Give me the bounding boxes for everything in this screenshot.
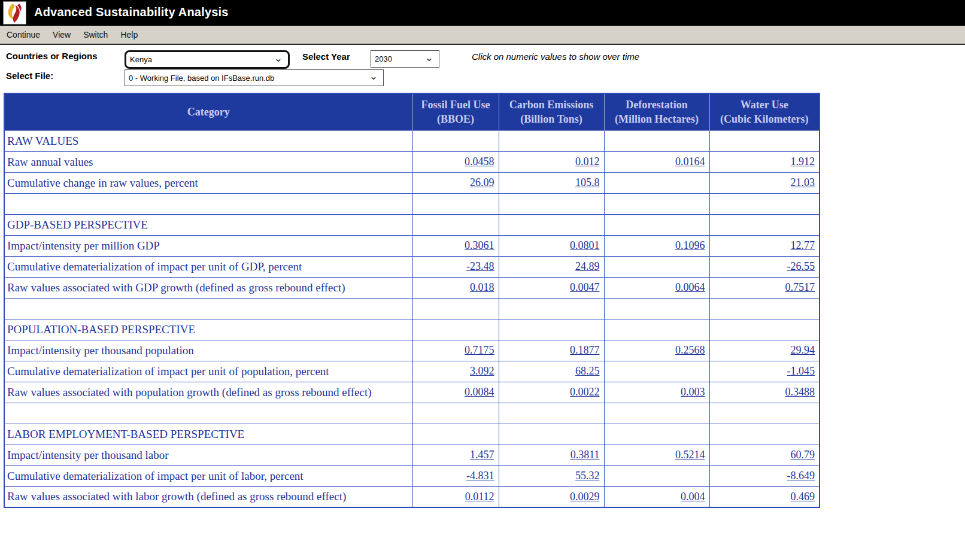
- menu-view[interactable]: View: [53, 30, 71, 39]
- category-cell: [4, 298, 412, 319]
- menu-bar: Continue View Switch Help: [0, 26, 965, 45]
- value-link[interactable]: 1.912: [791, 156, 815, 168]
- value-link[interactable]: 29.94: [791, 344, 815, 356]
- spacer-row: [4, 193, 820, 214]
- column-unit: (Million Hectares): [615, 113, 699, 125]
- category-cell: Cumulative dematerialization of impact p…: [4, 361, 412, 382]
- column-title: Fossil Fuel Use: [421, 99, 490, 111]
- value-cell: [412, 130, 499, 151]
- column-unit: (Billion Tons): [520, 113, 582, 125]
- value-link[interactable]: 0.0164: [675, 156, 705, 168]
- value-link[interactable]: 0.003: [681, 386, 705, 398]
- country-select[interactable]: Kenya: [126, 52, 288, 67]
- category-cell: Raw values associated with GDP growth (d…: [4, 277, 412, 298]
- countries-label: Countries or Regions: [6, 51, 98, 61]
- value-cell: 21.03: [709, 172, 820, 193]
- value-link[interactable]: 0.0022: [570, 386, 600, 398]
- value-link[interactable]: 3.092: [470, 365, 494, 377]
- menu-switch[interactable]: Switch: [83, 30, 108, 39]
- value-link[interactable]: 0.3488: [785, 386, 815, 398]
- section-label-cell: RAW VALUES: [4, 130, 412, 151]
- column-header: Fossil Fuel Use(BBOE): [412, 93, 499, 130]
- file-select[interactable]: 0 - Working File, based on IFsBase.run.d…: [125, 70, 383, 86]
- value-link[interactable]: 0.7517: [785, 281, 815, 293]
- value-link[interactable]: 12.77: [791, 239, 815, 251]
- section-row: POPULATION-BASED PERSPECTIVE: [4, 319, 820, 340]
- data-row: Impact/intensity per thousand labor1.457…: [4, 445, 820, 465]
- value-cell: [604, 256, 709, 277]
- value-cell: [709, 298, 820, 319]
- category-cell: [4, 193, 412, 214]
- value-cell: 0.5214: [604, 445, 709, 465]
- value-link[interactable]: 0.1877: [570, 344, 600, 356]
- value-cell: 0.0084: [412, 382, 499, 403]
- value-link[interactable]: 0.0064: [675, 281, 705, 293]
- value-link[interactable]: 105.8: [575, 176, 600, 188]
- column-title: Category: [187, 106, 230, 118]
- value-cell: [604, 465, 709, 486]
- value-link[interactable]: 0.2568: [675, 344, 705, 356]
- value-cell: [412, 193, 499, 214]
- app-window: { "title_bar": { "title": "Advanced Sust…: [0, 0, 965, 560]
- section-row: RAW VALUES: [4, 130, 820, 151]
- value-link[interactable]: 21.03: [791, 176, 815, 188]
- value-cell: [604, 319, 709, 340]
- value-link[interactable]: 0.5214: [675, 449, 705, 461]
- analysis-table-body: RAW VALUESRaw annual values0.04580.0120.…: [4, 130, 820, 507]
- value-link[interactable]: -23.48: [466, 260, 494, 272]
- value-cell: [604, 130, 709, 151]
- value-cell: [412, 424, 499, 445]
- page-title: Advanced Sustainability Analysis: [34, 5, 229, 19]
- menu-continue[interactable]: Continue: [7, 30, 40, 39]
- value-cell: [412, 214, 499, 235]
- value-cell: [499, 319, 604, 340]
- year-select[interactable]: 2030: [371, 51, 439, 67]
- value-cell: -1.045: [709, 361, 820, 382]
- value-link[interactable]: -26.55: [787, 260, 815, 272]
- value-link[interactable]: 0.469: [791, 491, 815, 503]
- value-cell: 29.94: [709, 340, 820, 361]
- value-link[interactable]: 0.1096: [675, 239, 705, 251]
- data-row: Raw values associated with labor growth …: [4, 486, 820, 507]
- category-cell: Impact/intensity per thousand labor: [4, 445, 412, 465]
- numeric-values-hint: Click on numeric values to show over tim…: [472, 51, 639, 62]
- value-link[interactable]: 0.3811: [570, 449, 600, 461]
- value-link[interactable]: 0.3061: [465, 239, 494, 251]
- value-link[interactable]: 0.0801: [570, 239, 600, 251]
- value-cell: 1.912: [709, 151, 820, 172]
- section-label-cell: GDP-BASED PERSPECTIVE: [4, 214, 412, 235]
- value-link[interactable]: 0.7175: [465, 344, 494, 356]
- value-link[interactable]: -1.045: [787, 365, 815, 377]
- value-cell: [604, 298, 709, 319]
- data-row: Cumulative change in raw values, percent…: [4, 172, 820, 193]
- column-title: Carbon Emissions: [509, 99, 594, 111]
- menu-help[interactable]: Help: [120, 30, 138, 39]
- value-cell: 0.0064: [604, 277, 709, 298]
- value-link[interactable]: -4.831: [466, 470, 494, 482]
- value-cell: 26.09: [412, 172, 499, 193]
- header-row: CategoryFossil Fuel Use(BBOE)Carbon Emis…: [4, 93, 820, 130]
- value-cell: 0.7517: [709, 277, 820, 298]
- value-link[interactable]: 1.457: [470, 449, 494, 461]
- value-link[interactable]: 0.0458: [465, 156, 494, 168]
- value-link[interactable]: 24.89: [575, 260, 600, 272]
- value-link[interactable]: 0.0112: [465, 491, 494, 503]
- value-link[interactable]: 0.012: [575, 156, 600, 168]
- category-cell: Impact/intensity per million GDP: [4, 235, 412, 256]
- value-link[interactable]: 0.0047: [570, 281, 600, 293]
- value-link[interactable]: 55.32: [575, 470, 600, 482]
- column-unit: (Cubic Kilometers): [720, 113, 808, 125]
- value-cell: 0.469: [709, 486, 820, 507]
- value-cell: [709, 424, 820, 445]
- value-cell: [499, 130, 604, 151]
- value-link[interactable]: 0.018: [470, 281, 494, 293]
- value-link[interactable]: 60.79: [791, 449, 815, 461]
- value-cell: [604, 361, 709, 382]
- value-link[interactable]: -8.649: [787, 470, 815, 482]
- value-link[interactable]: 26.09: [470, 176, 494, 188]
- value-cell: 3.092: [412, 361, 499, 382]
- value-link[interactable]: 68.25: [575, 365, 600, 377]
- value-link[interactable]: 0.004: [681, 491, 705, 503]
- value-link[interactable]: 0.0084: [465, 386, 494, 398]
- value-link[interactable]: 0.0029: [570, 491, 600, 503]
